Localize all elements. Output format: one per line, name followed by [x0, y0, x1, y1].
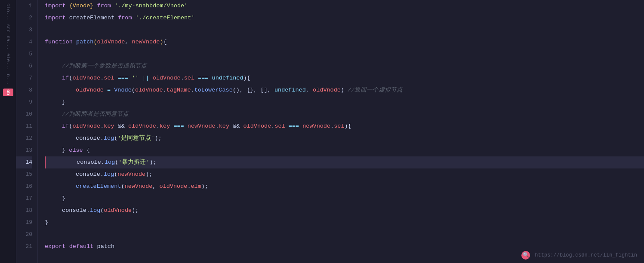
line-num-17: 17	[16, 193, 32, 205]
line-numbers: 1 2 3 4 5 6 7 8 9 10 11 12 13 14 15 16 1…	[16, 0, 38, 263]
code-line-13: } else {	[45, 144, 644, 156]
sidebar-item-ob[interactable]: ob	[3, 89, 13, 96]
code-line-20	[45, 229, 644, 241]
code-area: 1 2 3 4 5 6 7 8 9 10 11 12 13 14 15 16 1…	[16, 0, 644, 263]
code-line-9: }	[45, 96, 644, 108]
line-num-6: 6	[16, 60, 32, 72]
line-num-16: 16	[16, 180, 32, 193]
line-num-20: 20	[16, 229, 32, 241]
code-line-15: console.log(newVnode);	[45, 168, 644, 180]
code-line-18: console.log(oldVnode);	[45, 205, 644, 217]
code-line-7: if(oldVnode.sel === '' || oldVnode.sel =…	[45, 72, 644, 84]
code-line-19: }	[45, 217, 644, 229]
code-container: 1 2 3 4 5 6 7 8 9 10 11 12 13 14 15 16 1…	[16, 0, 644, 263]
line-num-8: 8	[16, 84, 32, 96]
line-num-5: 5	[16, 48, 32, 60]
watermark-icon: 🔍	[521, 251, 530, 260]
line-num-7: 7	[16, 72, 32, 84]
code-line-10: //判断两者是否同意节点	[45, 108, 644, 120]
line-num-11: 11	[16, 120, 32, 132]
line-num-13: 13	[16, 144, 32, 156]
line-num-18: 18	[16, 205, 32, 217]
line-num-21: 21	[16, 241, 32, 253]
sidebar: clo... src na... ele... n... ob	[0, 0, 16, 263]
sidebar-item-ele[interactable]: ele...	[6, 53, 11, 70]
code-lines: import {Vnode} from './my-snabbdom/Vnode…	[38, 0, 644, 263]
code-line-16: createElement(newVnode, oldVnode.elm);	[45, 180, 644, 193]
watermark: 🔍 https://blog.csdn.net/lin_fightin	[521, 251, 637, 260]
line-num-1: 1	[16, 0, 32, 12]
code-line-11: if(oldVnode.key && oldVnode.key === newV…	[45, 120, 644, 132]
code-line-4: function patch(oldVnode, newVnode){	[45, 36, 644, 48]
sidebar-item-src[interactable]: src	[6, 24, 11, 33]
code-line-12: console.log('是同意节点');	[45, 132, 644, 144]
sidebar-item-clo[interactable]: clo...	[6, 3, 11, 21]
sidebar-item-n[interactable]: n...	[6, 74, 11, 85]
code-line-3	[45, 24, 644, 36]
code-line-17: }	[45, 193, 644, 205]
line-num-9: 9	[16, 96, 32, 108]
line-num-3: 3	[16, 24, 32, 36]
line-num-15: 15	[16, 168, 32, 180]
line-num-4: 4	[16, 36, 32, 48]
watermark-url: https://blog.csdn.net/lin_fightin	[535, 252, 637, 258]
code-line-5	[45, 48, 644, 60]
code-line-8: oldVnode = Vnode(oldVnode.tagName.toLowe…	[45, 84, 644, 96]
code-line-14: console.log('暴力拆迁');	[45, 156, 644, 168]
line-num-14: 14	[16, 156, 32, 168]
line-num-10: 10	[16, 108, 32, 120]
code-line-6: //判断第一个参数是否虚拟节点	[45, 60, 644, 72]
line-num-19: 19	[16, 217, 32, 229]
line-num-12: 12	[16, 132, 32, 144]
code-line-1: import {Vnode} from './my-snabbdom/Vnode…	[45, 0, 644, 12]
sidebar-item-na[interactable]: na...	[6, 36, 11, 50]
line-num-2: 2	[16, 12, 32, 24]
code-line-2: import createElement from './createEleme…	[45, 12, 644, 24]
